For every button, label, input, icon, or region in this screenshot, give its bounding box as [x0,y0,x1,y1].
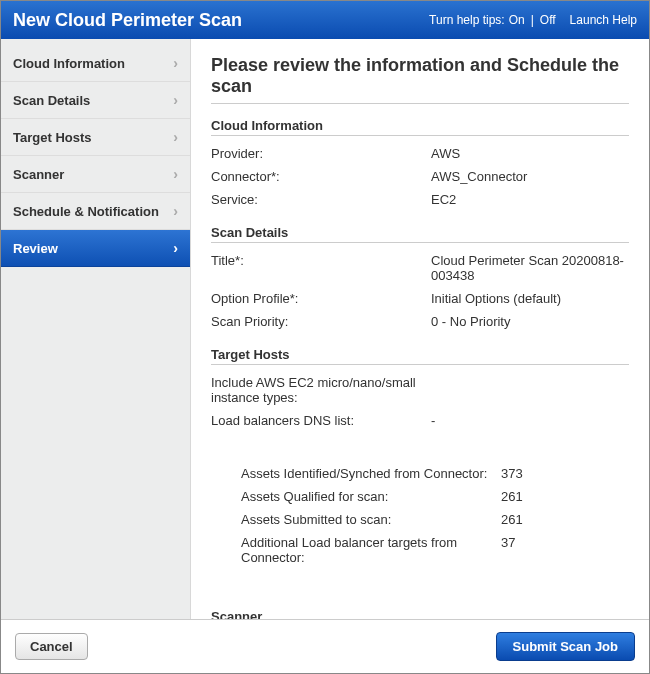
row-service: Service: EC2 [211,188,629,211]
title-label: Title*: [211,253,431,283]
sidebar-item-target-hosts[interactable]: Target Hosts › [1,119,190,156]
wizard-sidebar: Cloud Information › Scan Details › Targe… [1,39,191,619]
chevron-right-icon: › [173,240,178,256]
lb-dns-label: Load balancers DNS list: [211,413,431,428]
assets-identified-value: 373 [501,466,619,481]
sidebar-item-scan-details[interactable]: Scan Details › [1,82,190,119]
service-value: EC2 [431,192,629,207]
scan-priority-value: 0 - No Priority [431,314,629,329]
chevron-right-icon: › [173,55,178,71]
dialog-footer: Cancel Submit Scan Job [1,619,649,673]
section-title-target-hosts: Target Hosts [211,347,629,365]
row-lb-dns: Load balancers DNS list: - [211,409,629,432]
provider-value: AWS [431,146,629,161]
title-value: Cloud Perimeter Scan 20200818-003438 [431,253,629,283]
additional-lb-value: 37 [501,535,619,565]
connector-label: Connector*: [211,169,431,184]
section-title-cloud-information: Cloud Information [211,118,629,136]
row-option-profile: Option Profile*: Initial Options (defaul… [211,287,629,310]
row-instance-types: Include AWS EC2 micro/nano/small instanc… [211,371,629,409]
chevron-right-icon: › [173,203,178,219]
row-scan-priority: Scan Priority: 0 - No Priority [211,310,629,333]
scan-priority-label: Scan Priority: [211,314,431,329]
page-heading: Please review the information and Schedu… [211,55,629,104]
service-label: Service: [211,192,431,207]
assets-submitted-value: 261 [501,512,619,527]
assets-submitted-label: Assets Submitted to scan: [241,512,501,527]
sidebar-item-cloud-information[interactable]: Cloud Information › [1,45,190,82]
option-profile-value: Initial Options (default) [431,291,629,306]
sidebar-item-label: Scan Details [13,93,90,108]
assets-identified-label: Assets Identified/Synched from Connector… [241,466,501,481]
section-title-scan-details: Scan Details [211,225,629,243]
row-title: Title*: Cloud Perimeter Scan 20200818-00… [211,249,629,287]
row-assets-qualified: Assets Qualified for scan: 261 [241,485,619,508]
help-tips-label: Turn help tips: [429,13,505,27]
sidebar-item-review[interactable]: Review › [1,230,190,267]
asset-stats: Assets Identified/Synched from Connector… [211,462,629,569]
additional-lb-label: Additional Load balancer targets from Co… [241,535,501,565]
instance-types-value [431,375,629,405]
help-tips-off[interactable]: Off [540,13,556,27]
instance-types-label: Include AWS EC2 micro/nano/small instanc… [211,375,431,405]
provider-label: Provider: [211,146,431,161]
chevron-right-icon: › [173,92,178,108]
separator: | [531,13,534,27]
dialog-title: New Cloud Perimeter Scan [13,10,242,31]
cancel-button[interactable]: Cancel [15,633,88,660]
sidebar-item-label: Schedule & Notification [13,204,159,219]
sidebar-item-label: Cloud Information [13,56,125,71]
sidebar-item-label: Scanner [13,167,64,182]
sidebar-item-scanner[interactable]: Scanner › [1,156,190,193]
row-provider: Provider: AWS [211,142,629,165]
help-tips-on[interactable]: On [509,13,525,27]
connector-value: AWS_Connector [431,169,629,184]
chevron-right-icon: › [173,129,178,145]
launch-help-link[interactable]: Launch Help [570,13,637,27]
dialog-header: New Cloud Perimeter Scan Turn help tips:… [1,1,649,39]
dialog-body: Cloud Information › Scan Details › Targe… [1,39,649,619]
row-additional-lb: Additional Load balancer targets from Co… [241,531,619,569]
header-help-controls: Turn help tips: On | Off Launch Help [429,13,637,27]
row-assets-submitted: Assets Submitted to scan: 261 [241,508,619,531]
row-connector: Connector*: AWS_Connector [211,165,629,188]
sidebar-item-schedule-notification[interactable]: Schedule & Notification › [1,193,190,230]
review-content: Please review the information and Schedu… [191,39,649,619]
submit-scan-job-button[interactable]: Submit Scan Job [496,632,635,661]
sidebar-item-label: Target Hosts [13,130,92,145]
option-profile-label: Option Profile*: [211,291,431,306]
assets-qualified-value: 261 [501,489,619,504]
sidebar-item-label: Review [13,241,58,256]
assets-qualified-label: Assets Qualified for scan: [241,489,501,504]
row-assets-identified: Assets Identified/Synched from Connector… [241,462,619,485]
chevron-right-icon: › [173,166,178,182]
lb-dns-value: - [431,413,629,428]
section-title-scanner: Scanner [211,609,629,619]
